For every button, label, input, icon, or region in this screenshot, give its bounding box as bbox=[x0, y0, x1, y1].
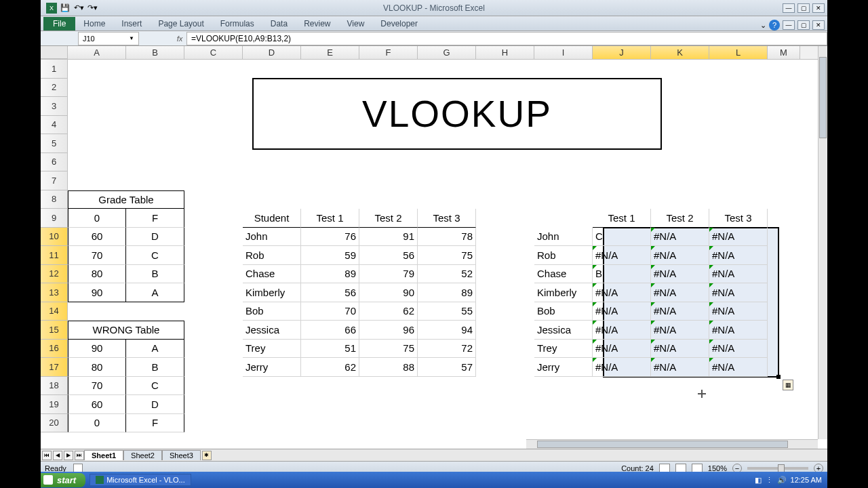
cell[interactable]: #N/A bbox=[651, 321, 709, 340]
cell[interactable]: Jerry bbox=[534, 358, 593, 377]
tab-review[interactable]: Review bbox=[296, 17, 338, 30]
new-sheet-button[interactable]: ✱ bbox=[202, 451, 212, 460]
cell[interactable]: 52 bbox=[418, 265, 476, 284]
tab-insert[interactable]: Insert bbox=[113, 17, 150, 30]
cell[interactable]: 94 bbox=[418, 321, 476, 340]
cell[interactable]: 62 bbox=[301, 358, 359, 377]
row-header-5[interactable]: 5 bbox=[41, 134, 68, 153]
redo-icon[interactable]: ↷▾ bbox=[87, 3, 98, 14]
cell[interactable]: 78 bbox=[418, 228, 476, 247]
cell[interactable]: 88 bbox=[359, 358, 418, 377]
cell[interactable]: 89 bbox=[301, 265, 359, 284]
doc-close-button[interactable]: ✕ bbox=[812, 20, 825, 30]
close-button[interactable]: ✕ bbox=[812, 3, 825, 13]
cell[interactable]: Test 3 bbox=[709, 209, 768, 228]
cell[interactable]: 60 bbox=[68, 395, 126, 414]
row-header-10[interactable]: 10 bbox=[41, 228, 68, 247]
sheet-nav-next[interactable]: ▶ bbox=[64, 451, 73, 460]
cell[interactable]: 51 bbox=[301, 340, 359, 359]
col-header-I[interactable]: I bbox=[534, 46, 593, 59]
cell[interactable]: #N/A bbox=[593, 321, 651, 340]
cell[interactable]: 70 bbox=[301, 302, 359, 321]
row-header-20[interactable]: 20 bbox=[41, 414, 68, 433]
sheet-tab-2[interactable]: Sheet2 bbox=[123, 450, 162, 460]
file-tab[interactable]: File bbox=[43, 17, 75, 30]
col-header-H[interactable]: H bbox=[476, 46, 534, 59]
cell[interactable]: John bbox=[243, 228, 301, 247]
row-header-3[interactable]: 3 bbox=[41, 97, 68, 116]
cell[interactable]: Test 3 bbox=[418, 209, 476, 228]
start-button[interactable]: start bbox=[41, 473, 85, 487]
cell[interactable]: Chase bbox=[243, 265, 301, 284]
cell[interactable]: B bbox=[593, 265, 651, 284]
autofill-options-button[interactable]: ▦ bbox=[783, 380, 793, 390]
cell[interactable]: #N/A bbox=[709, 340, 768, 359]
horizontal-scrollbar[interactable] bbox=[526, 439, 818, 449]
cell[interactable]: 72 bbox=[418, 340, 476, 359]
cell[interactable]: 70 bbox=[68, 377, 126, 396]
cell[interactable]: 75 bbox=[359, 340, 418, 359]
doc-restore-button[interactable]: ▢ bbox=[797, 20, 810, 30]
cell[interactable]: 56 bbox=[301, 283, 359, 302]
cell[interactable]: 0 bbox=[68, 414, 126, 433]
tray-icon-3[interactable]: 🔊 bbox=[777, 476, 787, 485]
col-header-F[interactable]: F bbox=[359, 46, 418, 59]
tray-icon-2[interactable]: ⋮ bbox=[766, 476, 773, 485]
tab-page-layout[interactable]: Page Layout bbox=[150, 17, 212, 30]
tab-view[interactable]: View bbox=[339, 17, 373, 30]
taskbar-item-excel[interactable]: Microsoft Excel - VLO... bbox=[90, 474, 191, 486]
cell[interactable]: #N/A bbox=[709, 265, 768, 284]
formula-input[interactable]: =VLOOKUP(E10,A9:B13,2) bbox=[186, 32, 827, 45]
cell[interactable]: Kimberly bbox=[534, 283, 593, 302]
cell[interactable]: 80 bbox=[68, 358, 126, 377]
cell[interactable]: #N/A bbox=[651, 302, 709, 321]
sheet-nav-prev[interactable]: ◀ bbox=[53, 451, 62, 460]
cell[interactable]: Trey bbox=[243, 340, 301, 359]
row-header-8[interactable]: 8 bbox=[41, 190, 68, 209]
row-header-11[interactable]: 11 bbox=[41, 246, 68, 265]
cell[interactable]: 55 bbox=[418, 302, 476, 321]
cell[interactable]: 76 bbox=[301, 228, 359, 247]
cells[interactable]: VLOOKUP ▦ Grade Table0F60D70C80B90AWRONG… bbox=[68, 60, 818, 439]
cell[interactable]: #N/A bbox=[709, 283, 768, 302]
row-header-17[interactable]: 17 bbox=[41, 358, 68, 377]
cell[interactable]: #N/A bbox=[651, 265, 709, 284]
col-header-C[interactable]: C bbox=[184, 46, 243, 59]
cell[interactable]: John bbox=[534, 228, 593, 247]
save-icon[interactable]: 💾 bbox=[60, 3, 71, 14]
cell[interactable]: #N/A bbox=[651, 340, 709, 359]
sheet-nav-last[interactable]: ⏭ bbox=[75, 451, 84, 460]
cell[interactable]: 75 bbox=[418, 246, 476, 265]
cell[interactable]: Kimberly bbox=[243, 283, 301, 302]
tab-data[interactable]: Data bbox=[262, 17, 296, 30]
cell[interactable]: F bbox=[126, 209, 184, 228]
tab-home[interactable]: Home bbox=[75, 17, 113, 30]
row-header-12[interactable]: 12 bbox=[41, 265, 68, 284]
cell[interactable]: #N/A bbox=[709, 321, 768, 340]
cell[interactable]: D bbox=[126, 228, 184, 247]
cell[interactable]: #N/A bbox=[651, 283, 709, 302]
cell[interactable]: B bbox=[126, 265, 184, 284]
cell[interactable]: A bbox=[126, 283, 184, 302]
name-box[interactable]: J10 ▼ bbox=[78, 32, 139, 45]
col-header-M[interactable]: M bbox=[768, 46, 800, 59]
cell[interactable]: 96 bbox=[359, 321, 418, 340]
cell[interactable]: #N/A bbox=[709, 302, 768, 321]
cell[interactable]: #N/A bbox=[709, 246, 768, 265]
cell[interactable]: Jerry bbox=[243, 358, 301, 377]
col-header-A[interactable]: A bbox=[68, 46, 126, 59]
cell[interactable]: Student bbox=[243, 209, 301, 228]
name-box-dropdown-icon[interactable]: ▼ bbox=[129, 35, 134, 41]
zoom-level[interactable]: 150% bbox=[708, 464, 727, 472]
row-header-9[interactable]: 9 bbox=[41, 209, 68, 228]
doc-minimize-button[interactable]: — bbox=[783, 20, 795, 30]
row-header-7[interactable]: 7 bbox=[41, 171, 68, 190]
cell[interactable]: Bob bbox=[243, 302, 301, 321]
cell[interactable]: D bbox=[126, 395, 184, 414]
cell[interactable]: Jessica bbox=[534, 321, 593, 340]
row-header-18[interactable]: 18 bbox=[41, 377, 68, 396]
col-header-L[interactable]: L bbox=[709, 46, 768, 59]
grade-table-title[interactable]: Grade Table bbox=[68, 190, 184, 209]
cell[interactable]: Rob bbox=[243, 246, 301, 265]
cell[interactable]: 89 bbox=[418, 283, 476, 302]
